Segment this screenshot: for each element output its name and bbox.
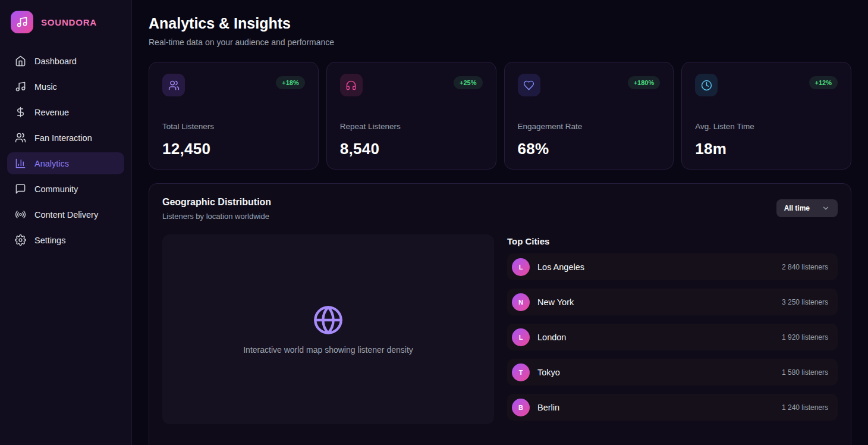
sidebar-item-label: Analytics [34, 159, 69, 168]
time-range-value: All time [784, 204, 810, 212]
sidebar: SOUNDORA Dashboard Music Revenue [0, 0, 132, 445]
radio-icon [15, 209, 26, 220]
stat-label: Engagement Rate [518, 122, 661, 131]
globe-icon [313, 305, 344, 336]
main-content: Analytics & Insights Real-time data on y… [132, 0, 868, 445]
city-name: New York [537, 297, 574, 307]
top-cities-section: Top Cities L Los Angeles 2 840 listeners… [507, 234, 838, 424]
list-item[interactable]: B Berlin 1 240 listeners [507, 394, 838, 421]
sidebar-nav: Dashboard Music Revenue Fan Interaction [7, 50, 124, 251]
stat-card-repeat-listeners: +25% Repeat Listeners 8,540 [326, 62, 496, 170]
sidebar-item-content-delivery[interactable]: Content Delivery [7, 203, 124, 225]
stat-value: 12,450 [162, 140, 305, 158]
sidebar-item-label: Music [34, 82, 57, 92]
map-caption: Interactive world map showing listener d… [243, 345, 413, 355]
headphones-icon [340, 74, 363, 96]
music-icon [15, 81, 26, 92]
sidebar-item-community[interactable]: Community [7, 178, 124, 200]
sidebar-item-music[interactable]: Music [7, 76, 124, 98]
sidebar-item-label: Dashboard [34, 57, 77, 66]
change-badge: +18% [276, 76, 304, 89]
stat-value: 68% [518, 140, 661, 158]
world-map-placeholder: Interactive world map showing listener d… [162, 234, 494, 424]
sidebar-item-label: Revenue [34, 108, 69, 117]
city-list: L Los Angeles 2 840 listeners N New York… [507, 253, 838, 421]
page-title: Analytics & Insights [149, 15, 851, 32]
stat-label: Avg. Listen Time [695, 122, 838, 131]
listener-count: 3 250 listeners [782, 298, 828, 306]
listener-count: 2 840 listeners [782, 263, 828, 271]
sidebar-item-label: Settings [34, 236, 65, 245]
avatar: N [512, 293, 530, 311]
list-item[interactable]: L Los Angeles 2 840 listeners [507, 253, 838, 280]
listener-count: 1 580 listeners [782, 368, 828, 377]
sidebar-item-label: Content Delivery [34, 210, 98, 220]
clock-icon [695, 74, 718, 96]
sidebar-item-settings[interactable]: Settings [7, 229, 124, 251]
time-range-select[interactable]: All time [776, 199, 838, 217]
gear-icon [15, 234, 26, 246]
stats-row: +18% Total Listeners 12,450 +25% Repeat … [149, 62, 851, 170]
stat-card-total-listeners: +18% Total Listeners 12,450 [149, 62, 319, 170]
geographic-distribution-panel: Geographic Distribution Listeners by loc… [149, 183, 851, 445]
app-window: SOUNDORA Dashboard Music Revenue [0, 0, 868, 445]
stat-value: 8,540 [340, 140, 483, 158]
stat-label: Repeat Listeners [340, 122, 483, 131]
sidebar-item-revenue[interactable]: Revenue [7, 101, 124, 123]
users-icon [15, 132, 26, 143]
stat-label: Total Listeners [162, 122, 305, 131]
stat-value: 18m [695, 140, 838, 158]
panel-title: Geographic Distribution [162, 197, 271, 208]
list-item[interactable]: N New York 3 250 listeners [507, 289, 838, 315]
listener-count: 1 240 listeners [782, 403, 828, 412]
list-item[interactable]: L London 1 920 listeners [507, 324, 838, 350]
sidebar-item-label: Fan Interaction [34, 133, 92, 143]
change-badge: +25% [454, 76, 482, 89]
app-logo-icon [11, 11, 33, 33]
page-subtitle: Real-time data on your audience and perf… [149, 37, 851, 47]
change-badge: +12% [809, 76, 838, 89]
sidebar-item-analytics[interactable]: Analytics [7, 152, 124, 174]
message-icon [15, 183, 26, 195]
avatar: L [512, 258, 530, 276]
listener-count: 1 920 listeners [782, 333, 828, 341]
users-icon [162, 74, 185, 96]
list-item[interactable]: T Tokyo 1 580 listeners [507, 359, 838, 386]
city-name: Tokyo [537, 368, 560, 377]
change-badge: +180% [628, 76, 661, 89]
avatar: L [512, 328, 530, 346]
home-icon [15, 55, 26, 67]
city-name: Los Angeles [537, 262, 584, 272]
sidebar-item-label: Community [34, 184, 78, 194]
brand-logo-row: SOUNDORA [7, 10, 124, 35]
bar-chart-icon [15, 158, 26, 169]
sidebar-item-dashboard[interactable]: Dashboard [7, 50, 124, 72]
brand-name: SOUNDORA [41, 17, 97, 27]
city-name: London [537, 333, 566, 342]
top-cities-title: Top Cities [507, 236, 838, 246]
stat-card-avg-listen-time: +12% Avg. Listen Time 18m [681, 62, 851, 170]
city-name: Berlin [537, 403, 559, 412]
stat-card-engagement-rate: +180% Engagement Rate 68% [504, 62, 674, 170]
heart-icon [518, 74, 540, 96]
dollar-icon [15, 106, 26, 118]
avatar: B [512, 399, 530, 416]
avatar: T [512, 363, 530, 381]
panel-subtitle: Listeners by location worldwide [162, 212, 271, 221]
sidebar-item-fan-interaction[interactable]: Fan Interaction [7, 127, 124, 149]
chevron-down-icon [822, 204, 830, 212]
